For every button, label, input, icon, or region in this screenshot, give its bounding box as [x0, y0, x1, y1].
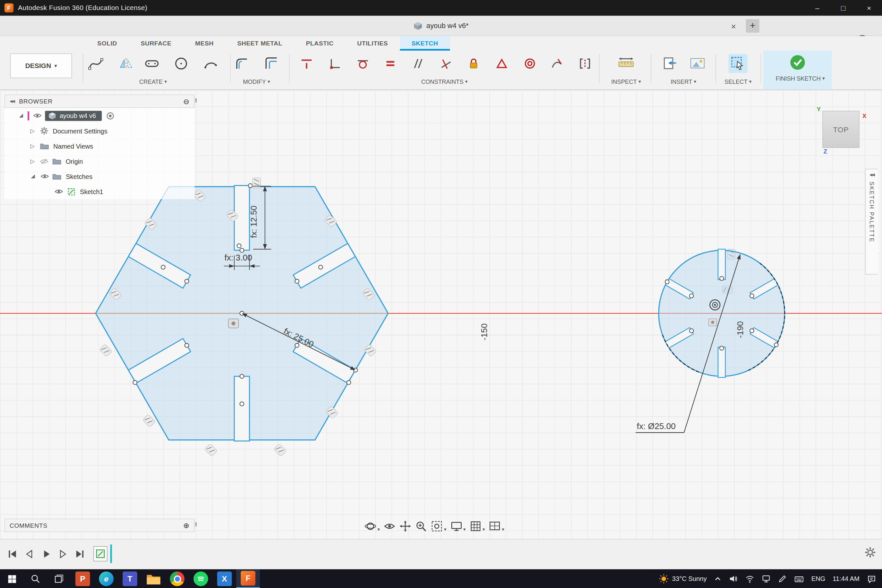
tab-solid[interactable]: SOLID — [86, 36, 129, 51]
taskbar-app-file-explorer[interactable] — [142, 569, 165, 588]
slot-tool[interactable] — [142, 54, 161, 73]
browser-row-sketch1[interactable]: Sketch1 — [4, 184, 195, 199]
concentric-constraint[interactable] — [522, 56, 538, 72]
spline-tool[interactable] — [86, 54, 105, 73]
comments-drag-handle[interactable]: ‖ — [195, 521, 197, 528]
grid-snap-button[interactable]: ▾ — [470, 520, 485, 532]
timeline-sketch-feature[interactable] — [93, 546, 108, 561]
select-group-label[interactable]: SELECT▾ — [724, 78, 752, 85]
viewcube-face-label[interactable]: TOP — [833, 125, 849, 134]
palette-expand-icon[interactable]: ◀◀ — [869, 173, 874, 177]
equal-constraint[interactable] — [382, 56, 399, 72]
timeline-play-button[interactable] — [39, 548, 53, 561]
coincident-constraint[interactable] — [327, 56, 344, 72]
maximize-button[interactable]: □ — [830, 0, 856, 16]
timeline-go-to-start-button[interactable] — [6, 548, 19, 561]
ethernet-icon[interactable] — [762, 574, 771, 584]
symmetry-constraint[interactable] — [577, 56, 593, 72]
taskbar-app-spotify[interactable] — [189, 569, 213, 588]
look-at-button[interactable] — [384, 520, 396, 532]
weather-widget[interactable]: 33°C Sunny — [658, 574, 706, 584]
display-settings-button[interactable]: ▾ — [450, 520, 466, 532]
taskbar-search-button[interactable] — [24, 569, 47, 588]
horizontal-vertical-constraint[interactable] — [299, 56, 315, 72]
taskbar-app-teams[interactable]: T — [118, 569, 141, 588]
sketch-palette-tab[interactable]: ◀◀ SKETCH PALETTE — [865, 169, 878, 274]
viewports-button[interactable]: ▾ — [489, 520, 504, 532]
browser-row-named-views[interactable]: ▷ Named Views — [4, 138, 195, 153]
perpendicular-constraint[interactable] — [438, 56, 454, 72]
circle-tool[interactable] — [171, 54, 190, 73]
browser-row-root[interactable]: ayoub w4 v6 — [4, 108, 195, 123]
circle-slot-top[interactable] — [718, 249, 725, 279]
pan-button[interactable] — [399, 520, 411, 532]
tab-sketch[interactable]: SKETCH — [400, 36, 450, 51]
sketches-expand-icon[interactable] — [31, 174, 35, 178]
grid-caret-icon[interactable]: ▾ — [483, 526, 485, 532]
dim-slot-length-text[interactable]: fx: 12.50 — [249, 206, 258, 238]
insert-image-tool[interactable] — [688, 54, 707, 73]
circle-slot-bottom[interactable] — [718, 347, 725, 378]
tangent-constraint[interactable] — [355, 56, 371, 72]
select-tool[interactable] — [729, 54, 748, 73]
midpoint-constraint[interactable] — [494, 56, 510, 72]
comments-panel[interactable]: COMMENTS ⊕ — [4, 519, 195, 532]
browser-row-origin[interactable]: ▷ Origin — [4, 153, 195, 169]
root-expand-icon[interactable] — [19, 114, 23, 117]
insert-derive-tool[interactable] — [660, 54, 679, 73]
origin-expand-icon[interactable]: ▷ — [30, 158, 34, 164]
measure-tool[interactable] — [616, 54, 635, 73]
browser-row-document-settings[interactable]: ▷ Document Settings — [4, 123, 195, 138]
document-tab-close-button[interactable]: × — [728, 20, 739, 32]
dim-slot-width-text[interactable]: fx: 3.00 — [224, 253, 252, 262]
tab-mesh[interactable]: MESH — [183, 36, 225, 51]
touch-keyboard-icon[interactable] — [794, 574, 804, 584]
workspace-selector[interactable]: DESIGN ▾ — [10, 54, 72, 78]
zoom-button[interactable] — [415, 520, 427, 532]
viewports-caret-icon[interactable]: ▾ — [502, 526, 504, 532]
root-document-item[interactable]: ayoub w4 v6 — [45, 111, 102, 121]
dim-diameter-text[interactable]: fx: Ø25.00 — [637, 422, 676, 431]
notification-center-icon[interactable] — [867, 574, 876, 584]
browser-minus-icon[interactable]: ⊖ — [183, 97, 189, 105]
create-group-label[interactable]: CREATE▾ — [139, 78, 167, 85]
taskbar-clock[interactable]: 11:44 AM — [832, 575, 860, 582]
constraints-group-label[interactable]: CONSTRAINTS▾ — [421, 78, 467, 85]
taskbar-app-fusion-360[interactable]: F — [236, 569, 260, 588]
fix-constraint[interactable] — [466, 56, 482, 72]
orbit-button[interactable]: ▾ — [364, 520, 380, 532]
minimize-button[interactable]: – — [804, 0, 830, 16]
pen-icon[interactable] — [778, 574, 787, 584]
insert-group-label[interactable]: INSERT▾ — [670, 78, 696, 85]
curvature-constraint[interactable] — [549, 56, 565, 72]
parallel-constraint[interactable] — [411, 56, 426, 72]
browser-row-sketches[interactable]: Sketches — [4, 169, 195, 184]
taskbar-app-powerpoint[interactable]: P — [71, 569, 94, 588]
task-view-button[interactable] — [47, 569, 71, 588]
browser-drag-handle[interactable]: ‖ — [195, 97, 197, 104]
timeline-step-forward-button[interactable] — [56, 548, 70, 561]
tab-utilities[interactable]: UTILITIES — [345, 36, 400, 51]
comments-plus-icon[interactable]: ⊕ — [183, 521, 189, 530]
orbit-caret-icon[interactable]: ▾ — [378, 526, 380, 532]
circle-origin-glyph[interactable] — [709, 319, 717, 326]
root-visibility-eye-icon[interactable] — [33, 112, 42, 118]
sketch1-visibility-eye-icon[interactable] — [54, 189, 63, 195]
fit-caret-icon[interactable]: ▾ — [444, 526, 446, 532]
named-views-expand-icon[interactable]: ▷ — [30, 143, 34, 149]
browser-collapse-icon[interactable]: ◀◀ — [10, 99, 15, 104]
modify-group-label[interactable]: MODIFY▾ — [243, 78, 270, 85]
arc-tool[interactable] — [201, 54, 220, 73]
browser-header[interactable]: ◀◀ BROWSER ⊖ — [4, 94, 195, 108]
wifi-icon[interactable] — [746, 574, 754, 584]
tab-sheet-metal[interactable]: SHEET METAL — [225, 36, 294, 51]
fillet-tool[interactable] — [232, 54, 252, 73]
volume-icon[interactable] — [729, 574, 738, 584]
taskbar-app-chrome[interactable] — [165, 569, 189, 588]
offset-tool[interactable] — [262, 54, 281, 73]
fit-button[interactable]: ▾ — [431, 520, 447, 532]
timeline-step-back-button[interactable] — [22, 548, 36, 561]
tab-surface[interactable]: SURFACE — [129, 36, 183, 51]
activate-component-radio[interactable] — [106, 111, 114, 119]
timeline-go-to-end-button[interactable] — [73, 548, 87, 561]
